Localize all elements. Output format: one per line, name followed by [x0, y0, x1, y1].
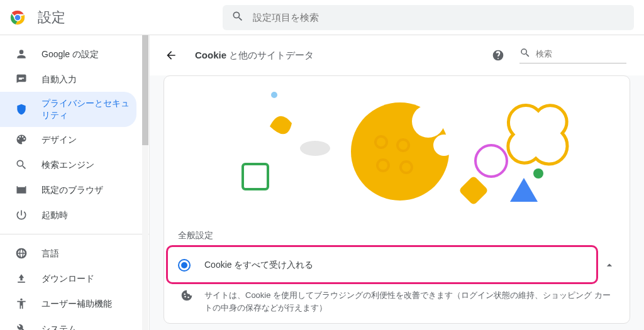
svg-rect-14: [243, 164, 268, 189]
cookie-hero-illustration: [164, 76, 630, 217]
settings-search-input[interactable]: [253, 12, 625, 23]
sidebar-item-default-browser[interactable]: 既定のブラウザ: [0, 177, 136, 202]
option-description-row: サイトは、Cookie を使用してブラウジングの利便性を改善できます（ログイン状…: [164, 280, 630, 323]
globe-icon: [15, 247, 28, 260]
sidebar-item-label: ダウンロード: [42, 273, 94, 285]
wrench-icon: [15, 322, 28, 330]
search-icon: [231, 10, 253, 25]
option-label: Cookie をすべて受け入れる: [204, 260, 313, 271]
sidebar-item-label: Google の設定: [42, 48, 99, 60]
sidebar-item-label: 検索エンジン: [42, 159, 94, 171]
page-title: 設定: [38, 8, 91, 27]
sidebar-item-label: プライバシーとセキュリティ: [42, 97, 136, 121]
sidebar-item-google[interactable]: Google の設定: [0, 41, 136, 67]
download-icon: [15, 272, 28, 285]
sidebar-item-system[interactable]: システム: [0, 316, 136, 330]
svg-point-17: [533, 168, 543, 179]
cookie-search-input[interactable]: [536, 49, 626, 58]
settings-sidebar: Google の設定 自動入力 プライバシーとセキュリティ デザイン 検索エンジ: [0, 35, 150, 330]
browser-icon: [15, 184, 28, 196]
sidebar-item-accessibility[interactable]: ユーザー補助機能: [0, 291, 136, 316]
radio-selected-icon[interactable]: [178, 259, 191, 272]
sidebar-item-language[interactable]: 言語: [0, 241, 136, 266]
subheader-title: Cookie と他のサイトデータ: [195, 50, 492, 62]
search-icon: [15, 158, 28, 171]
svg-point-7: [433, 135, 455, 156]
search-icon: [519, 47, 536, 60]
help-icon[interactable]: [492, 49, 504, 62]
sidebar-item-label: ユーザー補助機能: [42, 298, 112, 310]
sidebar-item-label: 言語: [42, 248, 59, 260]
svg-point-2: [15, 14, 21, 20]
accessibility-icon: [15, 297, 28, 310]
svg-point-15: [475, 145, 507, 177]
svg-point-12: [271, 92, 277, 98]
cookie-icon: [180, 289, 193, 302]
settings-search[interactable]: [223, 5, 634, 30]
sidebar-item-search-engine[interactable]: 検索エンジン: [0, 152, 136, 177]
sidebar-item-autofill[interactable]: 自動入力: [0, 67, 136, 92]
chrome-logo-icon: [10, 10, 25, 25]
svg-point-4: [20, 299, 22, 300]
svg-point-6: [412, 105, 445, 138]
sidebar-item-on-startup[interactable]: 起動時: [0, 202, 136, 228]
shield-icon: [15, 103, 28, 116]
back-button[interactable]: [165, 49, 177, 62]
top-bar: 設定: [0, 0, 644, 35]
palette-icon: [15, 133, 28, 146]
sidebar-separator: [0, 234, 149, 234]
sidebar-item-label: デザイン: [42, 134, 77, 146]
general-settings-heading: 全般設定: [164, 217, 630, 246]
sidebar-item-appearance[interactable]: デザイン: [0, 127, 136, 152]
cookie-subheader: Cookie と他のサイトデータ: [150, 35, 644, 75]
cookie-search[interactable]: [519, 47, 626, 63]
cookie-settings-card: 全般設定 Cookie をすべて受け入れる: [164, 75, 630, 324]
subheader-title-rest: と他のサイトデータ: [226, 50, 314, 60]
sidebar-item-label: 起動時: [42, 209, 68, 221]
person-icon: [15, 48, 28, 60]
option-description: サイトは、Cookie を使用してブラウジングの利便性を改善できます（ログイン状…: [204, 289, 616, 314]
chevron-up-icon[interactable]: [603, 259, 616, 272]
subheader-title-strong: Cookie: [195, 50, 226, 60]
svg-point-13: [300, 141, 330, 156]
sidebar-item-label: システム: [42, 323, 77, 330]
allow-all-cookies-option[interactable]: Cookie をすべて受け入れる: [164, 250, 630, 280]
power-icon: [15, 209, 28, 221]
sidebar-item-downloads[interactable]: ダウンロード: [0, 266, 136, 291]
sidebar-item-label: 自動入力: [42, 74, 77, 85]
autofill-icon: [15, 73, 28, 85]
sidebar-item-label: 既定のブラウザ: [42, 184, 103, 196]
svg-rect-16: [458, 175, 489, 206]
sidebar-item-privacy[interactable]: プライバシーとセキュリティ: [0, 92, 136, 127]
sidebar-scrollbar-thumb[interactable]: [142, 35, 148, 145]
